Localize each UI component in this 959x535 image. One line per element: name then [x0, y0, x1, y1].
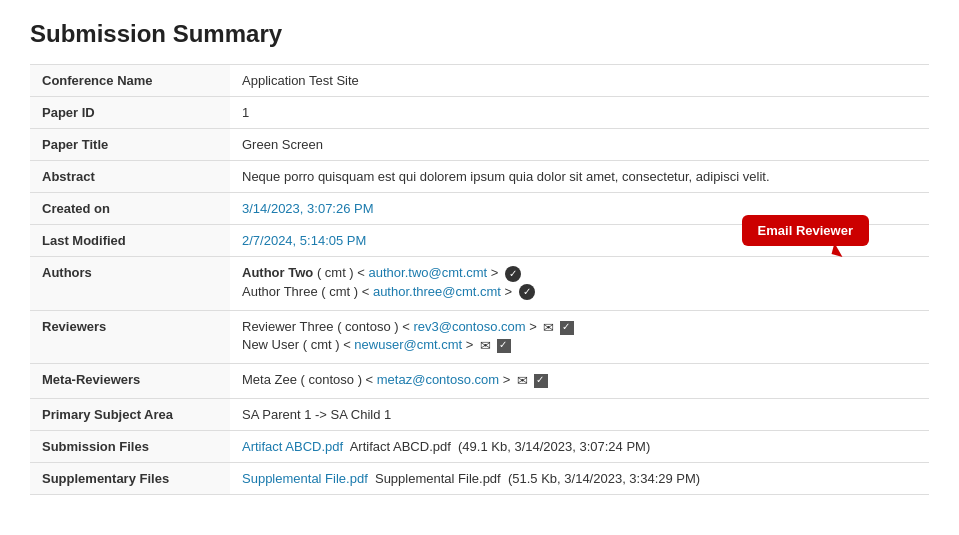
reviewer-2-email-icon[interactable]: ✉	[480, 338, 491, 353]
reviewer-1-checkbox-icon[interactable]	[560, 321, 574, 335]
value-meta-reviewers: Meta Zee ( contoso ) < metaz@contoso.com…	[230, 364, 929, 399]
author-2-verified-icon: ✓	[519, 284, 535, 300]
table-row: Reviewers Reviewer Three ( contoso ) < r…	[30, 311, 929, 364]
label-meta-reviewers: Meta-Reviewers	[30, 364, 230, 399]
footer: Back to Chair Console	[30, 519, 929, 535]
table-row: Last Modified 2/7/2024, 5:14:05 PM Email…	[30, 225, 929, 257]
value-conference-name: Application Test Site	[230, 65, 929, 97]
reviewer-1-org: ( contoso ) <	[337, 319, 413, 334]
reviewer-2-checkbox-icon[interactable]	[497, 339, 511, 353]
table-row: Paper Title Green Screen	[30, 129, 929, 161]
label-last-modified: Last Modified	[30, 225, 230, 257]
supplementary-file-info: Supplemental File.pdf (51.5 Kb, 3/14/202…	[368, 471, 700, 486]
label-created-on: Created on	[30, 193, 230, 225]
meta-reviewer-1-org: ( contoso ) <	[301, 372, 377, 387]
table-row: Paper ID 1	[30, 97, 929, 129]
table-row: Primary Subject Area SA Parent 1 -> SA C…	[30, 399, 929, 431]
value-submission-files: Artifact ABCD.pdf Artifact ABCD.pdf (49.…	[230, 431, 929, 463]
value-paper-title: Green Screen	[230, 129, 929, 161]
meta-reviewer-1-checkbox-icon[interactable]	[534, 374, 548, 388]
author-2-bracket: >	[505, 284, 513, 299]
reviewer-1-email-icon[interactable]: ✉	[543, 320, 554, 335]
reviewer-1-name: Reviewer Three	[242, 319, 334, 334]
page-title: Submission Summary	[30, 20, 929, 48]
label-submission-files: Submission Files	[30, 431, 230, 463]
meta-reviewer-1-email-icon[interactable]: ✉	[517, 373, 528, 388]
value-reviewers: Reviewer Three ( contoso ) < rev3@contos…	[230, 311, 929, 364]
meta-reviewer-1-bracket: >	[503, 372, 511, 387]
value-primary-subject: SA Parent 1 -> SA Child 1	[230, 399, 929, 431]
author-2-org: ( cmt ) <	[321, 284, 373, 299]
table-row: Abstract Neque porro quisquam est qui do…	[30, 161, 929, 193]
reviewer-2: New User ( cmt ) < newuser@cmt.cmt > ✉	[242, 337, 917, 353]
reviewer-1-bracket: >	[529, 319, 537, 334]
author-1-verified-icon: ✓	[505, 266, 521, 282]
author-1-org: ( cmt ) <	[317, 265, 369, 280]
submission-file-info: Artifact ABCD.pdf (49.1 Kb, 3/14/2023, 3…	[343, 439, 650, 454]
author-1-bracket: >	[491, 265, 499, 280]
author-2-name: Author Three	[242, 284, 318, 299]
supplementary-file-link[interactable]: Supplemental File.pdf	[242, 471, 368, 486]
reviewer-2-bracket: >	[466, 337, 474, 352]
meta-reviewer-1-name: Meta Zee	[242, 372, 297, 387]
label-authors: Authors	[30, 257, 230, 311]
table-row: Submission Files Artifact ABCD.pdf Artif…	[30, 431, 929, 463]
author-2-email[interactable]: author.three@cmt.cmt	[373, 284, 501, 299]
label-abstract: Abstract	[30, 161, 230, 193]
label-primary-subject: Primary Subject Area	[30, 399, 230, 431]
table-row: Meta-Reviewers Meta Zee ( contoso ) < me…	[30, 364, 929, 399]
label-paper-title: Paper Title	[30, 129, 230, 161]
email-reviewer-button[interactable]: Email Reviewer	[742, 215, 869, 246]
value-last-modified: 2/7/2024, 5:14:05 PM Email Reviewer	[230, 225, 929, 257]
reviewer-1: Reviewer Three ( contoso ) < rev3@contos…	[242, 319, 917, 335]
value-abstract: Neque porro quisquam est qui dolorem ips…	[230, 161, 929, 193]
author-2: Author Three ( cmt ) < author.three@cmt.…	[242, 284, 917, 301]
meta-reviewer-1: Meta Zee ( contoso ) < metaz@contoso.com…	[242, 372, 917, 388]
submission-summary-table: Conference Name Application Test Site Pa…	[30, 64, 929, 495]
label-reviewers: Reviewers	[30, 311, 230, 364]
label-conference-name: Conference Name	[30, 65, 230, 97]
meta-reviewer-1-email[interactable]: metaz@contoso.com	[377, 372, 499, 387]
table-row: Supplementary Files Supplemental File.pd…	[30, 463, 929, 495]
value-supplementary-files: Supplemental File.pdf Supplemental File.…	[230, 463, 929, 495]
author-1: Author Two ( cmt ) < author.two@cmt.cmt …	[242, 265, 917, 282]
table-row: Conference Name Application Test Site	[30, 65, 929, 97]
reviewer-2-email[interactable]: newuser@cmt.cmt	[354, 337, 462, 352]
value-paper-id: 1	[230, 97, 929, 129]
author-1-name: Author Two	[242, 265, 313, 280]
reviewer-1-email[interactable]: rev3@contoso.com	[413, 319, 525, 334]
table-row: Authors Author Two ( cmt ) < author.two@…	[30, 257, 929, 311]
author-1-email[interactable]: author.two@cmt.cmt	[369, 265, 488, 280]
last-modified-date: 2/7/2024, 5:14:05 PM	[242, 233, 366, 248]
reviewer-2-org: ( cmt ) <	[303, 337, 355, 352]
label-supplementary-files: Supplementary Files	[30, 463, 230, 495]
label-paper-id: Paper ID	[30, 97, 230, 129]
value-authors: Author Two ( cmt ) < author.two@cmt.cmt …	[230, 257, 929, 311]
reviewer-2-name: New User	[242, 337, 299, 352]
submission-file-link[interactable]: Artifact ABCD.pdf	[242, 439, 343, 454]
